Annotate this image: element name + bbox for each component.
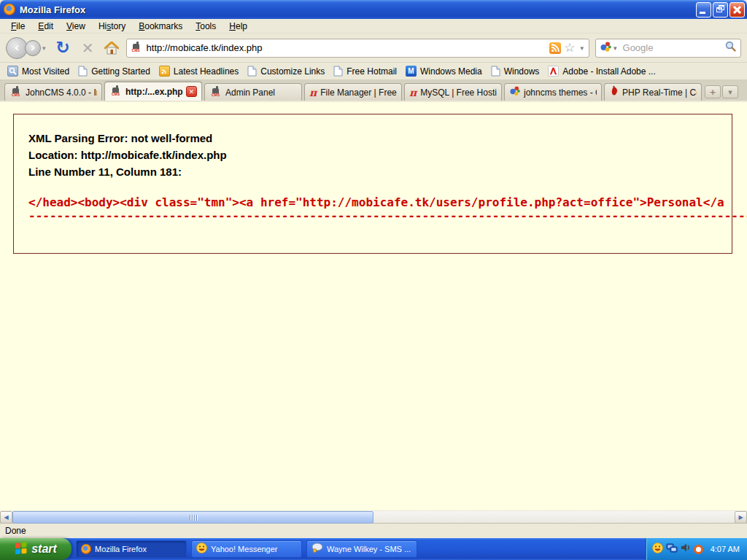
tab-mysql[interactable]: π MySQL | Free Hosti... <box>404 83 502 101</box>
page-icon <box>78 66 88 77</box>
bookmark-latest-headlines[interactable]: Latest Headlines <box>155 64 243 78</box>
taskbar-button-yahoo-messenger[interactable]: Yahoo! Messenger <box>191 540 302 558</box>
page-icon <box>333 66 343 77</box>
pepper-icon <box>609 85 619 99</box>
tab-close-icon[interactable]: ✕ <box>186 86 197 97</box>
title-bar: Mozilla Firefox <box>0 0 747 19</box>
windows-flag-icon <box>15 541 28 557</box>
error-location: Location: http://mobicafe.tk/index.php <box>28 147 732 163</box>
cms-icon: CMS <box>209 86 222 98</box>
new-tab-button[interactable]: + <box>705 85 721 98</box>
taskbar-clock: 4:07 AM <box>711 545 740 553</box>
reload-icon[interactable]: ↻ <box>56 39 70 56</box>
cms-icon: CMS <box>9 86 22 98</box>
page-icon <box>491 66 500 77</box>
tab-strip: CMS JohnCMS 4.0.0 - In... CMS http:/...e… <box>0 80 747 101</box>
close-button[interactable] <box>729 2 745 18</box>
bookmark-customize-links[interactable]: Customize Links <box>243 64 329 78</box>
error-title: XML Parsing Error: not well-formed <box>28 130 732 147</box>
tab-php-realtime[interactable]: PHP Real-Time | Co... <box>604 83 702 101</box>
menu-tools[interactable]: Tools <box>189 20 222 33</box>
browser-content: XML Parsing Error: not well-formed Locat… <box>0 102 747 510</box>
network-tray-icon[interactable] <box>666 542 678 556</box>
menu-history[interactable]: History <box>92 20 132 33</box>
firefox-icon <box>4 4 15 15</box>
tab-johncms-themes[interactable]: johncms themes - G... <box>504 83 602 101</box>
horizontal-scrollbar[interactable]: ◀ ▶ <box>0 510 747 523</box>
adobe-icon <box>548 66 559 77</box>
most-visited-icon <box>7 66 18 77</box>
yahoo-smiley-tray-icon[interactable] <box>652 542 663 556</box>
url-dropdown-icon[interactable]: ▾ <box>580 44 584 52</box>
scrollbar-grip <box>190 515 197 521</box>
restore-button[interactable] <box>713 2 728 18</box>
menu-help[interactable]: Help <box>222 20 254 33</box>
update-ring-tray-icon[interactable] <box>694 545 703 554</box>
bookmark-free-hotmail[interactable]: Free Hotmail <box>329 64 401 78</box>
start-label: start <box>31 542 57 556</box>
tab-admin-panel[interactable]: CMS Admin Panel <box>204 83 302 101</box>
start-button[interactable]: start <box>0 538 71 560</box>
cms-favicon: CMS <box>130 42 142 54</box>
error-line-info: Line Number 11, Column 181: <box>28 163 732 180</box>
windows-taskbar: start Mozilla Firefox Yahoo! Messenger W… <box>0 538 747 560</box>
navigation-toolbar: ‹ › ▾ ↻ ✕ CMS http://mobicafe.tk/index.p… <box>0 34 747 63</box>
menu-bar: File Edit View History Bookmarks Tools H… <box>0 19 747 34</box>
scroll-left-icon[interactable]: ◀ <box>0 511 12 524</box>
bookmark-getting-started[interactable]: Getting Started <box>74 64 155 78</box>
forward-icon: › <box>30 41 35 54</box>
taskbar-button-firefox[interactable]: Mozilla Firefox <box>76 540 187 558</box>
tab-index-php-active[interactable]: CMS http:/...ex.php ✕ <box>104 82 202 101</box>
menu-edit[interactable]: Edit <box>31 20 60 33</box>
page-icon <box>247 66 257 77</box>
menu-view[interactable]: View <box>60 20 92 33</box>
error-source-code: </head><body><div class="tmn"><a href="h… <box>28 195 732 209</box>
minimize-button[interactable] <box>696 2 711 18</box>
error-pointer-line: ----------------------------------------… <box>28 209 732 222</box>
rss-folder-icon <box>159 66 170 77</box>
bookmark-most-visited[interactable]: Most Visited <box>3 64 74 78</box>
scrollbar-thumb[interactable] <box>12 511 374 524</box>
bookmark-windows[interactable]: Windows <box>487 64 544 78</box>
search-go-icon[interactable] <box>724 40 737 55</box>
xml-error-box: XML Parsing Error: not well-formed Locat… <box>13 114 732 254</box>
search-engine-dropdown-icon[interactable]: ▾ <box>614 44 617 52</box>
tab-johncms[interactable]: CMS JohnCMS 4.0.0 - In... <box>4 83 102 101</box>
menu-file[interactable]: File <box>4 20 31 33</box>
search-input[interactable]: Google <box>623 42 724 53</box>
volume-tray-icon[interactable] <box>681 542 691 556</box>
history-dropdown-icon[interactable]: ▾ <box>42 44 46 52</box>
window-title: Mozilla Firefox <box>20 4 694 15</box>
back-icon: ‹ <box>14 41 19 54</box>
list-all-tabs-button[interactable]: ▾ <box>722 85 738 98</box>
scroll-right-icon[interactable]: ▶ <box>735 511 747 524</box>
windows-media-icon: M <box>406 66 417 77</box>
google-icon <box>509 85 520 99</box>
hosting-pi-icon: π <box>409 88 417 98</box>
home-icon[interactable] <box>104 42 119 55</box>
stop-icon[interactable]: ✕ <box>82 41 94 55</box>
bookmark-windows-media[interactable]: M Windows Media <box>401 64 487 78</box>
tab-file-manager[interactable]: π File Manager | Free ... <box>304 83 402 101</box>
search-bar[interactable]: ▾ Google <box>595 39 741 58</box>
google-icon <box>600 41 611 55</box>
system-tray: 4:07 AM <box>646 538 747 560</box>
sms-bubble-icon <box>311 542 323 556</box>
yahoo-smiley-icon <box>196 542 207 556</box>
bookmarks-toolbar: Most Visited Getting Started Latest Head… <box>0 63 747 80</box>
hosting-pi-icon: π <box>309 88 317 98</box>
status-text: Done <box>5 526 26 536</box>
cms-icon: CMS <box>109 85 122 98</box>
bookmark-adobe[interactable]: Adobe - Install Adobe ... <box>543 64 659 78</box>
forward-button[interactable]: › <box>25 40 41 56</box>
firefox-icon <box>81 544 91 554</box>
rss-icon[interactable] <box>549 42 561 54</box>
menu-bookmarks[interactable]: Bookmarks <box>132 20 189 33</box>
taskbar-button-sms[interactable]: Wayne Wilkey - SMS ... <box>306 540 417 558</box>
status-bar: Done <box>0 523 747 538</box>
bookmark-star-icon[interactable]: ☆ <box>564 42 575 54</box>
url-input[interactable]: http://mobicafe.tk/index.php <box>147 42 550 53</box>
url-bar[interactable]: CMS http://mobicafe.tk/index.php ☆ ▾ <box>126 39 589 58</box>
